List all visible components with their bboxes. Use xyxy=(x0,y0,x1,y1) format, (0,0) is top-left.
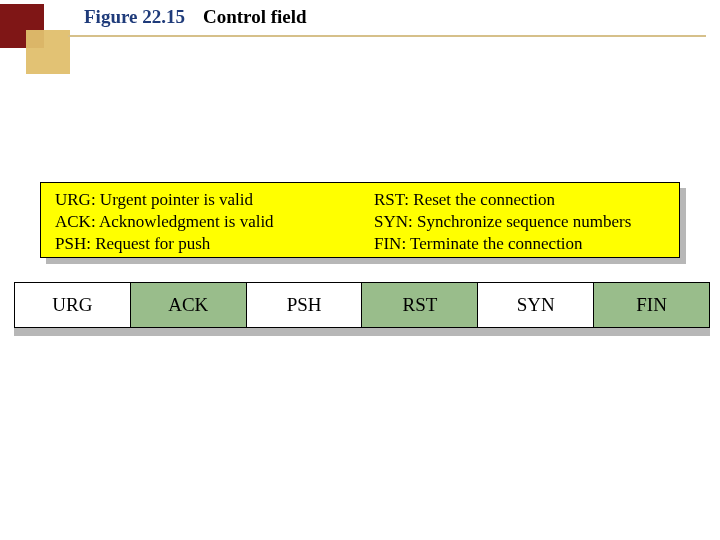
legend-left-col: URG: Urgent pointer is valid ACK: Acknow… xyxy=(41,183,360,257)
flag-cell-urg: URG xyxy=(14,282,130,328)
figure-title: Control field xyxy=(203,6,307,28)
flag-cell-ack: ACK xyxy=(130,282,246,328)
legend-entry: URG: Urgent pointer is valid xyxy=(55,189,346,211)
flag-cell-rst: RST xyxy=(361,282,477,328)
flag-cell-fin: FIN xyxy=(593,282,709,328)
flags-row: URGACKPSHRSTSYNFIN xyxy=(14,282,710,328)
legend-right-col: RST: Reset the connection SYN: Synchroni… xyxy=(360,183,679,257)
legend-entry: ACK: Acknowledgment is valid xyxy=(55,211,346,233)
legend: URG: Urgent pointer is valid ACK: Acknow… xyxy=(40,182,680,258)
figure-number: Figure 22.15 xyxy=(84,6,185,28)
legend-entry: RST: Reset the connection xyxy=(374,189,665,211)
control-flags: URGACKPSHRSTSYNFIN xyxy=(14,282,710,328)
legend-box: URG: Urgent pointer is valid ACK: Acknow… xyxy=(40,182,680,258)
slide-bullet-icon xyxy=(0,4,72,76)
figure-title-row: Figure 22.15 Control field xyxy=(84,6,307,28)
title-underline xyxy=(68,35,706,37)
flag-cell-syn: SYN xyxy=(477,282,593,328)
legend-entry: SYN: Synchronize sequence numbers xyxy=(374,211,665,233)
flag-cell-psh: PSH xyxy=(246,282,362,328)
legend-entry: PSH: Request for push xyxy=(55,233,346,255)
flags-row-shadow xyxy=(14,328,710,336)
legend-entry: FIN: Terminate the connection xyxy=(374,233,665,255)
